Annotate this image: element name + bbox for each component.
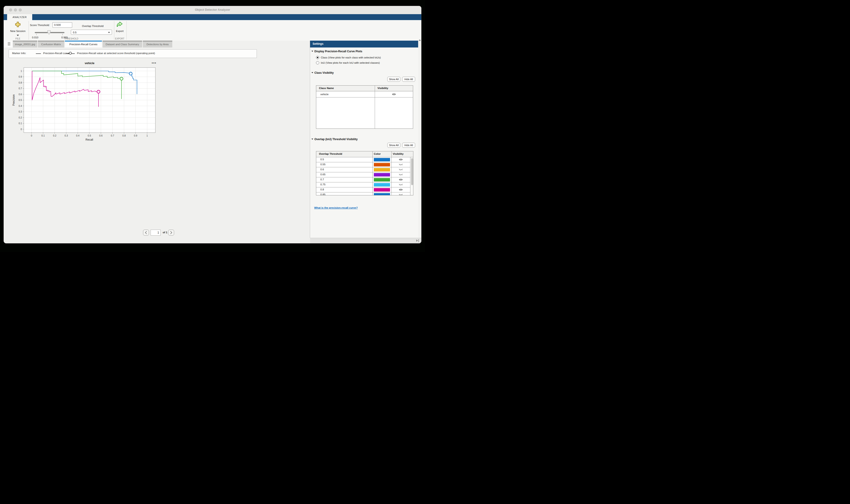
- tab-overflow-kebab-icon[interactable]: [303, 42, 307, 46]
- svg-text:Precision: Precision: [12, 94, 15, 106]
- overlap-threshold-cell: 0.85: [320, 193, 325, 195]
- visibility-eye-icon[interactable]: [399, 188, 403, 191]
- overlap-threshold-header: Overlap Threshold: [319, 152, 342, 155]
- table-scrollbar-thumb[interactable]: [411, 158, 413, 185]
- threshold-color-swatch[interactable]: [374, 178, 390, 181]
- score-threshold-label: Score Threshold: [30, 24, 49, 26]
- overlap-threshold-cell: 0.7: [320, 178, 324, 181]
- toolbar-separator: [29, 21, 29, 40]
- visibility-eye-icon[interactable]: [399, 163, 403, 166]
- overlap-show-all-button[interactable]: Show All: [387, 143, 400, 148]
- svg-text:0.2: 0.2: [18, 116, 22, 119]
- visibility-eye-icon[interactable]: [399, 178, 403, 181]
- threshold-color-swatch[interactable]: [374, 173, 390, 177]
- settings-title: Settings: [313, 42, 323, 46]
- overlap-threshold-cell: 0.6: [320, 168, 324, 171]
- svg-text:0.1: 0.1: [18, 122, 22, 125]
- export-button[interactable]: Export: [113, 30, 126, 32]
- next-page-button[interactable]: [168, 230, 174, 236]
- row-divider: [316, 97, 413, 97]
- tab-detections-by-area[interactable]: Detections by Area: [143, 41, 172, 48]
- slider-thumb[interactable]: [48, 30, 51, 35]
- overlap-table-header: Overlap Threshold Color Visibility: [316, 151, 413, 157]
- svg-text:0: 0: [21, 128, 22, 130]
- settings-panel: Settings Display Precision-Recall Curve …: [310, 41, 418, 238]
- radio-class[interactable]: Class (View plots for each class with se…: [316, 56, 381, 59]
- settings-kebab-icon[interactable]: [412, 42, 415, 46]
- precision-recall-chart: 00.10.20.30.40.50.60.70.80.9100.10.20.30…: [9, 60, 167, 146]
- threshold-color-swatch[interactable]: [374, 158, 390, 161]
- visibility-eye-icon[interactable]: [399, 193, 403, 195]
- slider-min-label: 0.010: [32, 36, 38, 39]
- tab-analyzer[interactable]: ANALYZER: [7, 14, 32, 20]
- threshold-color-swatch[interactable]: [374, 163, 390, 166]
- export-arrow-icon[interactable]: [116, 21, 123, 27]
- threshold-color-swatch[interactable]: [374, 188, 390, 192]
- overlap-threshold-cell: 0.65: [320, 173, 325, 176]
- settings-header: Settings: [310, 41, 418, 48]
- overlap-hide-all-button[interactable]: Hide All: [402, 143, 415, 148]
- svg-text:0.4: 0.4: [18, 105, 22, 107]
- score-threshold-input[interactable]: 0.500: [53, 22, 72, 28]
- class-name-cell: vehicle: [320, 93, 329, 96]
- right-scroll-lane: [418, 41, 421, 238]
- row-divider: [316, 157, 413, 157]
- overlap-visibility-header[interactable]: Overlap (IoU) Threshold Visibility: [311, 138, 358, 141]
- class-visibility-header[interactable]: Class Visibility: [311, 71, 334, 74]
- previous-page-button[interactable]: [143, 230, 149, 236]
- expand-panel-icon[interactable]: [416, 239, 419, 242]
- radio-iou[interactable]: IoU (View plots for each IoU with select…: [316, 61, 380, 65]
- tab-bar-grip-icon[interactable]: [8, 42, 10, 46]
- window-title: Object Detector Analyzer: [4, 8, 421, 12]
- threshold-color-swatch[interactable]: [374, 183, 390, 186]
- radio-selected-icon[interactable]: [316, 56, 319, 59]
- class-hide-all-button[interactable]: Hide All: [402, 77, 415, 82]
- operating-point-marker[interactable]: [97, 90, 100, 93]
- export-section-label: EXPORT: [113, 37, 126, 40]
- visibility-eye-icon[interactable]: [399, 173, 403, 176]
- svg-text:0: 0: [31, 134, 32, 137]
- precision-recall-help-link[interactable]: What is the precision-recall curve?: [314, 206, 358, 209]
- visibility-header: Visibility: [378, 87, 388, 89]
- new-session-dropdown-caret-icon[interactable]: [17, 35, 19, 36]
- class-show-all-button[interactable]: Show All: [387, 77, 400, 82]
- slider-min-tick: [36, 34, 37, 35]
- new-session-plus-icon[interactable]: [15, 21, 21, 28]
- document-tab-bar: image_00031.jpg Confusion Matrix Precisi…: [4, 41, 310, 48]
- tab-precision-recall-curves[interactable]: Precision-Recall Curves: [65, 41, 102, 48]
- visibility-eye-icon[interactable]: [399, 183, 403, 186]
- page-number-input[interactable]: 1: [151, 230, 161, 236]
- class-visibility-eye-icon[interactable]: [392, 93, 396, 96]
- table-scrollbar-track[interactable]: [410, 157, 413, 195]
- color-header: Color: [374, 152, 381, 155]
- operating-point-marker[interactable]: [129, 72, 132, 75]
- overlap-threshold-table: Overlap Threshold Color Visibility 0.5 0…: [316, 151, 413, 195]
- radio-unselected-icon[interactable]: [316, 61, 319, 65]
- threshold-color-swatch[interactable]: [374, 193, 390, 195]
- visibility-eye-icon[interactable]: [399, 168, 403, 171]
- svg-text:0.5: 0.5: [88, 134, 91, 137]
- new-session-button[interactable]: New Session: [6, 30, 29, 32]
- settings-status-bar: [310, 238, 421, 243]
- collapse-panel-icon[interactable]: [419, 39, 421, 41]
- tab-image-00031[interactable]: image_00031.jpg: [13, 41, 37, 48]
- legend-curve-label: Precision-Recall curve: [43, 52, 69, 55]
- score-threshold-slider[interactable]: 0.010 0.999: [35, 30, 65, 36]
- svg-text:0.3: 0.3: [65, 134, 68, 137]
- overlap-threshold-cell: 0.75: [320, 183, 325, 186]
- row-divider: [316, 167, 413, 167]
- visibility-eye-icon[interactable]: [399, 158, 403, 161]
- svg-text:0.6: 0.6: [99, 134, 103, 137]
- tab-confusion-matrix[interactable]: Confusion Matrix: [38, 41, 64, 48]
- app-window: Object Detector Analyzer ANALYZER New Se…: [4, 6, 421, 243]
- operating-point-marker[interactable]: [120, 77, 123, 80]
- display-section-header[interactable]: Display Precision-Recall Curve Plots: [311, 50, 362, 53]
- class-name-header: Class Name: [319, 87, 334, 89]
- section-collapse-caret-icon: [311, 72, 313, 73]
- svg-text:1: 1: [146, 134, 148, 137]
- overlap-threshold-cell: 0.55: [320, 163, 325, 166]
- overlap-threshold-select[interactable]: 0.5: [71, 30, 112, 35]
- svg-text:0.7: 0.7: [18, 87, 22, 90]
- threshold-color-swatch[interactable]: [374, 168, 390, 172]
- tab-dataset-class-summary[interactable]: Dataset and Class Summary: [103, 41, 142, 48]
